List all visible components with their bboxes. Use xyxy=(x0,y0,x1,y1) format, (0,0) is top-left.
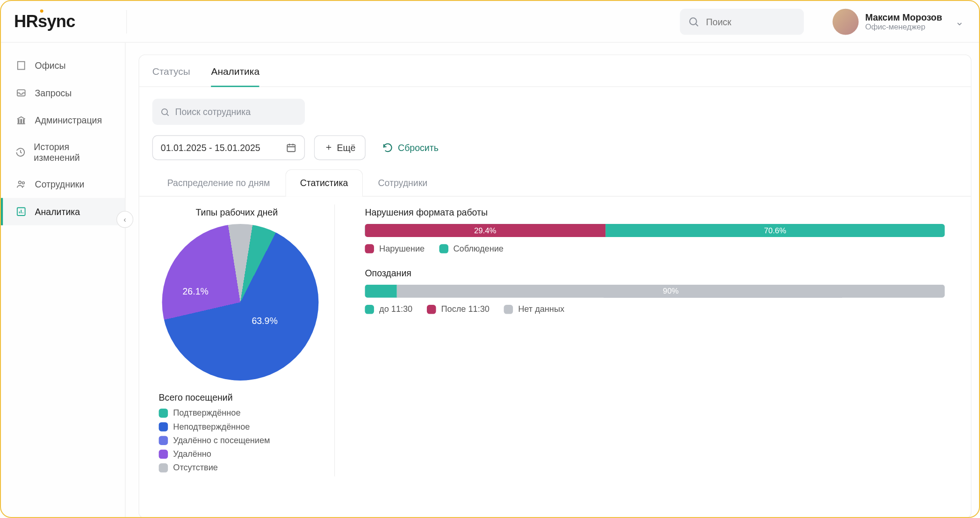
plus-icon: ＋ xyxy=(324,142,333,153)
global-search-input[interactable] xyxy=(706,16,796,27)
chevron-left-icon: ‹ xyxy=(123,215,126,224)
pie-label-sec: 26.1% xyxy=(183,286,209,296)
swatch-icon xyxy=(159,463,168,472)
svg-point-13 xyxy=(22,182,25,184)
inbox-icon xyxy=(15,87,27,99)
sidebar-item-admin[interactable]: Администрация xyxy=(1,107,125,134)
users-icon xyxy=(15,178,27,190)
legend-item: Соблюдение xyxy=(439,244,504,253)
collapse-sidebar-button[interactable]: ‹ xyxy=(116,211,133,228)
swatch-icon xyxy=(159,422,168,431)
more-label: Ещё xyxy=(337,143,355,153)
svg-point-12 xyxy=(19,181,22,184)
svg-point-18 xyxy=(162,108,167,114)
swatch-icon xyxy=(427,304,436,314)
bar-segment xyxy=(365,285,396,298)
sidebar-item-requests[interactable]: Запросы xyxy=(1,79,125,107)
user-name: Максим Морозов xyxy=(865,12,942,22)
sidebar-item-history[interactable]: История изменений xyxy=(1,134,125,171)
sidebar-item-label: Аналитика xyxy=(35,206,80,216)
legend-item: Удалённо с посещением xyxy=(159,435,321,445)
violations-bar: 29.4%70.6% xyxy=(365,224,944,237)
app-header: HRsync Максим Морозов Офис-менеджер ⌄ xyxy=(1,1,980,43)
more-filters-button[interactable]: ＋ Ещё xyxy=(314,135,366,160)
legend-item: Удалённо xyxy=(159,449,321,459)
reset-button[interactable]: Сбросить xyxy=(382,143,439,153)
bank-icon xyxy=(15,115,27,126)
employee-search-placeholder: Поиск сотрудника xyxy=(175,107,251,117)
pie-title: Типы рабочих дней xyxy=(152,207,321,217)
svg-point-0 xyxy=(690,18,697,25)
legend-item: Нарушение xyxy=(365,244,425,253)
swatch-icon xyxy=(439,244,448,253)
pie-label-main: 63.9% xyxy=(252,315,277,325)
legend-label: Подтверждённое xyxy=(173,408,240,417)
logo: HRsync xyxy=(14,11,75,31)
svg-rect-8 xyxy=(18,119,19,122)
sidebar-item-label: Сотрудники xyxy=(35,179,85,189)
legend-item: Неподтверждённое xyxy=(159,422,321,432)
chart-icon xyxy=(15,206,27,217)
refresh-icon xyxy=(382,143,393,153)
tab-analytics[interactable]: Аналитика xyxy=(211,55,259,87)
legend-label: Неподтверждённое xyxy=(173,422,250,432)
search-icon xyxy=(160,107,170,117)
divider xyxy=(126,10,127,33)
bar-segment: 90% xyxy=(397,285,945,298)
svg-line-1 xyxy=(696,24,698,26)
building-icon xyxy=(15,60,27,72)
legend-item: После 11:30 xyxy=(427,304,490,314)
tab-statuses[interactable]: Статусы xyxy=(152,55,190,86)
sidebar-item-analytics[interactable]: Аналитика xyxy=(1,198,125,225)
legend-label: Соблюдение xyxy=(453,244,503,253)
bar-segment: 29.4% xyxy=(365,224,605,237)
search-icon xyxy=(688,15,699,27)
sidebar-item-label: Администрация xyxy=(35,115,102,125)
sidebar-item-employees[interactable]: Сотрудники xyxy=(1,171,125,198)
date-range-value: 01.01.2025 - 15.01.2025 xyxy=(161,143,260,153)
swatch-icon xyxy=(504,304,513,314)
top-tabs: Статусы Аналитика xyxy=(139,55,971,87)
chevron-down-icon: ⌄ xyxy=(955,15,964,28)
avatar xyxy=(833,8,859,35)
legend-label: до 11:30 xyxy=(379,304,412,314)
legend-item: Отсутствие xyxy=(159,463,321,473)
swatch-icon xyxy=(365,304,374,314)
user-role: Офис-менеджер xyxy=(865,22,942,31)
swatch-icon xyxy=(159,436,168,445)
global-search[interactable] xyxy=(680,8,804,35)
pie-chart: 63.9% 26.1% xyxy=(162,224,318,381)
violations-title: Нарушения формата работы xyxy=(365,207,944,217)
svg-line-19 xyxy=(167,114,169,115)
sidebar-item-label: Запросы xyxy=(35,88,72,98)
legend-item: Нет данных xyxy=(504,304,564,314)
sidebar: Офисы Запросы Администрация История изме… xyxy=(1,43,125,518)
svg-rect-10 xyxy=(23,119,24,122)
sidebar-item-label: Офисы xyxy=(35,60,66,71)
legend-label: Нарушение xyxy=(379,244,425,253)
calendar-icon xyxy=(286,143,296,153)
sub-tabs: Распределение по дням Статистика Сотрудн… xyxy=(139,169,971,197)
legend-label: Отсутствие xyxy=(173,463,218,473)
legend-item: Подтверждённое xyxy=(159,408,321,417)
subtab-stats[interactable]: Статистика xyxy=(285,169,363,197)
subtab-employees[interactable]: Сотрудники xyxy=(363,169,442,196)
late-bar: 90% xyxy=(365,285,944,298)
employee-search[interactable]: Поиск сотрудника xyxy=(152,99,305,125)
legend-label: Удалённо xyxy=(173,449,211,459)
bar-segment: 70.6% xyxy=(605,224,944,237)
legend-label: Нет данных xyxy=(518,304,564,314)
swatch-icon xyxy=(159,449,168,459)
date-range-input[interactable]: 01.01.2025 - 15.01.2025 xyxy=(152,135,305,160)
swatch-icon xyxy=(365,244,374,253)
legend-label: После 11:30 xyxy=(441,304,490,314)
svg-rect-20 xyxy=(287,144,295,151)
legend-label: Удалённо с посещением xyxy=(173,435,270,445)
reset-label: Сбросить xyxy=(398,143,439,153)
late-title: Опоздания xyxy=(365,268,944,278)
history-icon xyxy=(15,146,26,158)
user-menu[interactable]: Максим Морозов Офис-менеджер ⌄ xyxy=(833,8,964,35)
legend-title: Всего посещений xyxy=(159,392,321,403)
subtab-by-days[interactable]: Распределение по дням xyxy=(152,169,285,196)
sidebar-item-offices[interactable]: Офисы xyxy=(1,52,125,79)
